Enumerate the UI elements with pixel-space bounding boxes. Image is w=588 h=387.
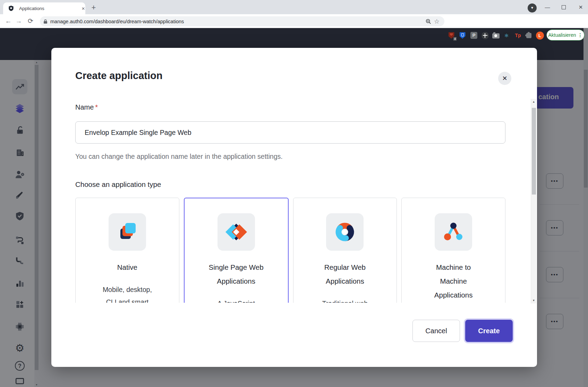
required-asterisk: * <box>95 103 98 111</box>
camera-extension-icon[interactable] <box>492 31 500 40</box>
extensions-puzzle-icon[interactable] <box>525 31 533 40</box>
modal-scrollbar[interactable]: ▲ ▼ <box>531 99 536 303</box>
create-application-modal: Create application ✕ Name* You can chang… <box>51 48 537 367</box>
name-label: Name* <box>75 103 98 111</box>
tab-close-icon[interactable]: ✕ <box>80 6 86 12</box>
ublock-badge: 4 <box>453 37 457 41</box>
card-description-line: Mobile, desktop, <box>76 283 179 296</box>
card-title: Applications <box>402 288 505 302</box>
modal-scroll-down-icon[interactable]: ▼ <box>531 299 536 302</box>
card-title: Machine to <box>402 260 505 274</box>
back-button[interactable]: ← <box>4 17 13 26</box>
url-text[interactable]: manage.auth0.com/dashboard/eu/dream-watc… <box>50 19 424 24</box>
card-title: Applications <box>293 274 397 288</box>
browser-tab[interactable]: Applications ✕ <box>3 2 85 14</box>
app-type-card-spa[interactable]: Single Page Web Applications A JavaScrip… <box>184 198 289 303</box>
browser-tab-strip: Applications ✕ + ▾ — ✕ <box>0 0 588 14</box>
window-maximize-button[interactable] <box>559 3 569 11</box>
browser-toolbar: ← → ⟳ manage.auth0.com/dashboard/eu/drea… <box>0 14 588 28</box>
m2m-app-icon <box>435 213 472 251</box>
native-app-icon <box>109 213 146 251</box>
cancel-button[interactable]: Cancel <box>412 320 460 342</box>
app-type-card-m2m[interactable]: Machine to Machine Applications <box>401 198 505 303</box>
react-devtools-extension-icon[interactable]: ⚛ <box>502 31 511 40</box>
update-label: Aktualisieren <box>548 32 576 38</box>
tp-extension-icon[interactable]: Tp <box>514 31 522 40</box>
bookmark-star-icon[interactable]: ☆ <box>433 17 441 26</box>
card-description-line: CLI and smart <box>76 296 179 303</box>
move-extension-icon[interactable] <box>481 31 489 40</box>
address-bar[interactable]: manage.auth0.com/dashboard/eu/dream-watc… <box>40 16 444 26</box>
create-button[interactable]: Create <box>465 320 513 342</box>
card-title: Machine <box>402 274 505 288</box>
update-button[interactable]: Aktualisieren ⋮ <box>546 29 585 41</box>
card-title: Native <box>76 260 179 274</box>
forward-button[interactable]: → <box>14 17 23 26</box>
new-tab-button[interactable]: + <box>90 4 98 12</box>
card-title: Single Page Web <box>185 260 288 274</box>
screen: Applications ✕ + ▾ — ✕ ← → ⟳ manage.auth… <box>0 0 588 387</box>
window-close-button[interactable]: ✕ <box>576 3 586 11</box>
modal-close-icon[interactable]: ✕ <box>498 72 511 85</box>
lock-icon <box>43 19 48 24</box>
ublock-extension-icon[interactable]: 4 <box>447 31 455 40</box>
zoom-page-icon[interactable] <box>424 17 433 26</box>
pill-menu-dots-icon[interactable]: ⋮ <box>578 32 583 38</box>
name-helper-text: You can change the application name late… <box>75 153 283 161</box>
bitwarden-extension-icon[interactable] <box>458 31 467 40</box>
application-name-input[interactable] <box>75 121 505 144</box>
spa-app-icon <box>218 213 255 251</box>
tab-search-icon[interactable]: ▾ <box>528 3 537 12</box>
application-type-label: Choose an application type <box>75 180 161 189</box>
window-minimize-button[interactable]: — <box>542 3 553 11</box>
reload-button[interactable]: ⟳ <box>26 17 35 26</box>
card-title: Applications <box>185 274 288 288</box>
app-type-card-regular-web[interactable]: Regular Web Applications Traditional web <box>293 198 397 303</box>
app-type-card-native[interactable]: Native Mobile, desktop, CLI and smart <box>75 198 179 303</box>
modal-scroll-thumb[interactable] <box>532 108 536 195</box>
maximize-icon <box>562 5 566 9</box>
card-description-line: Traditional web <box>293 297 397 303</box>
modal-scroll-up-icon[interactable]: ▲ <box>531 100 536 103</box>
p-extension-icon[interactable]: P <box>470 31 478 40</box>
application-type-cards: Native Mobile, desktop, CLI and smart <box>75 198 505 303</box>
browser-profile-avatar[interactable]: L <box>536 31 544 40</box>
auth0-favicon-icon <box>8 6 14 11</box>
name-label-text: Name <box>75 103 94 111</box>
regular-web-app-icon <box>326 213 364 251</box>
tab-title: Applications <box>19 6 44 11</box>
modal-title: Create application <box>75 70 162 81</box>
card-title: Regular Web <box>293 260 397 274</box>
card-description-line: A JavaScript <box>185 297 288 303</box>
